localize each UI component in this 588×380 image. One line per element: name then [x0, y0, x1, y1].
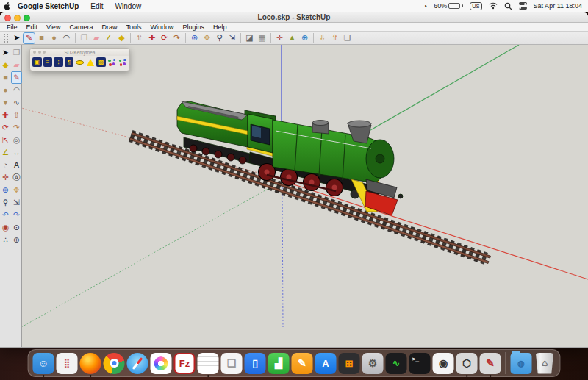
zoom-window-button[interactable]: [24, 15, 30, 21]
scale-icon[interactable]: ⇱: [0, 134, 11, 146]
eraser-icon[interactable]: ▰: [90, 32, 103, 44]
toolbar-grip[interactable]: [4, 34, 8, 43]
document-dock-icon[interactable]: ❏: [221, 353, 243, 374]
push-pull-icon[interactable]: ⇧: [11, 109, 22, 121]
sketchup-dock-icon[interactable]: ⬡: [456, 353, 478, 374]
downloads-dock-icon[interactable]: ◍: [511, 353, 532, 374]
settings-dock-icon[interactable]: ⚙: [362, 353, 384, 374]
paint-bucket-icon[interactable]: ◆: [115, 32, 128, 44]
app-menu-edit[interactable]: Edit: [22, 24, 43, 31]
previous-view-icon[interactable]: ↶: [0, 209, 11, 221]
pan-icon[interactable]: ✥: [201, 32, 213, 44]
look-around-icon[interactable]: ⊙: [11, 221, 22, 234]
launchpad-dock-icon[interactable]: ⣿: [57, 353, 78, 374]
app-menu-window[interactable]: Window: [146, 24, 178, 31]
tape-measure-icon[interactable]: ∠: [103, 32, 115, 44]
control-center-icon[interactable]: [519, 2, 527, 10]
apple-menu[interactable]: [0, 1, 13, 12]
pan-icon[interactable]: ✥: [11, 184, 22, 196]
point-lights-icon[interactable]: ⁝: [54, 57, 63, 67]
axes-icon[interactable]: ✛: [0, 171, 11, 184]
section-display-icon[interactable]: ▦: [256, 32, 268, 44]
zoom-icon[interactable]: ⚲: [213, 32, 226, 44]
menu-app-name[interactable]: Google SketchUp: [13, 2, 85, 10]
section-plane-icon[interactable]: ◪: [243, 32, 256, 44]
spot-light-icon[interactable]: ¶: [65, 57, 74, 67]
safari-dock-icon[interactable]: [127, 353, 148, 374]
circle-icon[interactable]: ●: [48, 32, 60, 44]
next-view-icon[interactable]: ↷: [11, 209, 22, 221]
sphere-light-icon[interactable]: [75, 57, 85, 67]
firefox-dock-icon[interactable]: [80, 353, 101, 374]
walk-icon[interactable]: ∴: [0, 234, 11, 246]
follow-me-icon[interactable]: ↷: [171, 32, 183, 44]
push-pull-icon[interactable]: ⇧: [133, 32, 146, 44]
rotate-icon[interactable]: ⟳: [158, 32, 171, 44]
appstore-dock-icon[interactable]: A: [315, 353, 337, 374]
activity-dock-icon[interactable]: ∿: [386, 353, 407, 374]
follow-me-icon[interactable]: ↷: [11, 121, 22, 134]
app-menu-view[interactable]: View: [42, 24, 65, 31]
paint-bucket-icon[interactable]: ◆: [0, 59, 11, 71]
export-animation-icon[interactable]: ≡: [43, 57, 53, 67]
tape-measure-icon[interactable]: ∠: [0, 146, 11, 159]
sandbox-icon[interactable]: ▲: [286, 32, 298, 44]
wifi-icon[interactable]: [489, 2, 498, 10]
zoom-icon[interactable]: ⚲: [0, 196, 11, 209]
rectangle-icon[interactable]: ■: [0, 71, 11, 84]
spotlight-search-icon[interactable]: [504, 2, 512, 10]
battery-indicator[interactable]: 60%: [434, 2, 463, 10]
line-icon[interactable]: ✎: [23, 32, 35, 44]
get-models-button-icon[interactable]: ⇩: [316, 32, 329, 44]
calculator-dock-icon[interactable]: ⊞: [339, 353, 360, 374]
zoom-extents-icon[interactable]: ⇲: [11, 196, 22, 209]
circle-icon[interactable]: ●: [0, 84, 11, 96]
select-icon[interactable]: ➤: [10, 32, 23, 44]
polygon-icon[interactable]: ▼: [0, 96, 11, 109]
clock-status-icon[interactable]: ◔: [423, 2, 427, 10]
window-title-bar[interactable]: Loco.skp - SketchUp: [0, 12, 588, 23]
arc-icon[interactable]: ◠: [11, 84, 22, 96]
share-model-button-icon[interactable]: ⇧: [329, 32, 341, 44]
numbers-dock-icon[interactable]: ▟: [268, 353, 290, 374]
freehand-icon[interactable]: ∿: [11, 96, 22, 109]
protractor-icon[interactable]: ◔: [0, 159, 11, 171]
3d-text-icon[interactable]: Ⓐ: [11, 171, 22, 184]
app-menu-draw[interactable]: Draw: [97, 24, 121, 31]
arc-icon[interactable]: ◠: [60, 32, 73, 44]
screenshot-dock-icon[interactable]: ◉: [433, 353, 454, 374]
orbit-icon[interactable]: ⊛: [188, 32, 201, 44]
rectangle-icon[interactable]: ■: [35, 32, 48, 44]
axes-icon[interactable]: ✛: [273, 32, 286, 44]
position-camera-icon[interactable]: ◉: [0, 221, 11, 234]
export-model-icon[interactable]: ▣: [32, 57, 42, 67]
select-icon[interactable]: ➤: [0, 46, 11, 59]
keynote-dock-icon[interactable]: ▯: [245, 353, 266, 374]
model-viewport[interactable]: SU2Kerkythea ▣≡⁝¶▩: [22, 45, 588, 347]
google-earth-button-icon[interactable]: ⊕: [298, 32, 311, 44]
pages-dock-icon[interactable]: ✎: [292, 353, 313, 374]
cone-light-icon[interactable]: [86, 57, 96, 67]
app-menu-camera[interactable]: Camera: [65, 24, 97, 31]
layout-dock-icon[interactable]: ✎: [480, 353, 501, 374]
app-menu-file[interactable]: File: [2, 24, 22, 31]
orbit-icon[interactable]: ⊛: [0, 184, 11, 196]
su2-window-controls[interactable]: [33, 51, 46, 54]
minimize-window-button[interactable]: [14, 15, 21, 21]
input-source-indicator[interactable]: US: [470, 2, 481, 10]
offset-icon[interactable]: ◎: [11, 134, 22, 146]
material-editor-icon[interactable]: ▩: [96, 57, 106, 67]
finder-dock-icon[interactable]: ☺: [33, 353, 54, 374]
menu-edit[interactable]: Edit: [85, 2, 109, 10]
rotate-icon[interactable]: ⟳: [0, 121, 11, 134]
zoom-extents-icon[interactable]: ⇲: [226, 32, 238, 44]
photos-dock-icon[interactable]: [151, 353, 172, 374]
color-palette-2-icon[interactable]: [118, 57, 128, 67]
chrome-dock-icon[interactable]: [104, 353, 125, 374]
move-icon[interactable]: ✚: [146, 32, 158, 44]
app-menu-tools[interactable]: Tools: [121, 24, 146, 31]
eraser-icon[interactable]: ▰: [11, 59, 22, 71]
move-icon[interactable]: ✚: [0, 109, 11, 121]
make-component-icon[interactable]: ❐: [78, 32, 90, 44]
text-icon[interactable]: A: [11, 159, 22, 171]
